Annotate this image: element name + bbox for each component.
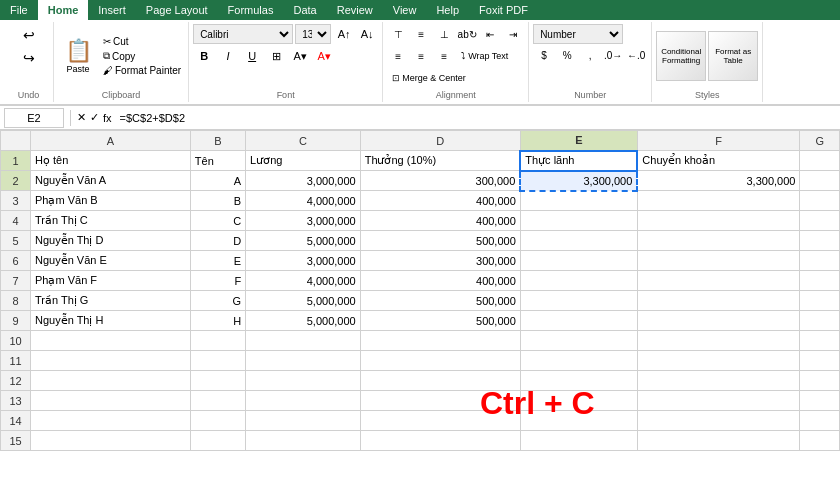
cell-d9[interactable]: 500,000	[360, 311, 520, 331]
paste-button[interactable]: 📋 Paste	[58, 31, 98, 81]
border-button[interactable]: ⊞	[265, 46, 287, 66]
align-top-button[interactable]: ⊤	[387, 24, 409, 44]
cell-g5[interactable]	[800, 231, 840, 251]
cell-e9[interactable]	[520, 311, 637, 331]
indent-decrease-button[interactable]: ⇤	[479, 24, 501, 44]
cell-g9[interactable]	[800, 311, 840, 331]
cell-e3[interactable]	[520, 191, 637, 211]
copy-button[interactable]: ⧉ Copy	[100, 49, 184, 63]
currency-button[interactable]: $	[533, 45, 555, 65]
cell-a4[interactable]: Trần Thị C	[31, 211, 191, 231]
font-size-select[interactable]: 13	[295, 24, 331, 44]
number-format-select[interactable]: Number	[533, 24, 623, 44]
cell-b7[interactable]: F	[190, 271, 245, 291]
cell-e5[interactable]	[520, 231, 637, 251]
cell-e8[interactable]	[520, 291, 637, 311]
cell-b6[interactable]: E	[190, 251, 245, 271]
cell-c6[interactable]: 3,000,000	[246, 251, 361, 271]
align-bottom-button[interactable]: ⊥	[433, 24, 455, 44]
cell-a2[interactable]: Nguyễn Văn A	[31, 171, 191, 191]
decrease-decimal-button[interactable]: ←.0	[625, 45, 647, 65]
col-header-f[interactable]: F	[637, 131, 800, 151]
cell-a3[interactable]: Phạm Văn B	[31, 191, 191, 211]
increase-font-button[interactable]: A↑	[333, 24, 355, 44]
tab-home[interactable]: Home	[38, 0, 89, 20]
cell-f3[interactable]	[637, 191, 800, 211]
col-header-d[interactable]: D	[360, 131, 520, 151]
tab-data[interactable]: Data	[283, 0, 326, 20]
decrease-font-button[interactable]: A↓	[356, 24, 378, 44]
cell-c4[interactable]: 3,000,000	[246, 211, 361, 231]
cell-f6[interactable]	[637, 251, 800, 271]
redo-button[interactable]: ↪	[15, 47, 43, 69]
cell-reference-input[interactable]: E2	[4, 108, 64, 128]
col-header-b[interactable]: B	[190, 131, 245, 151]
increase-decimal-button[interactable]: .0→	[602, 45, 624, 65]
tab-insert[interactable]: Insert	[88, 0, 136, 20]
cell-g2[interactable]	[800, 171, 840, 191]
format-painter-button[interactable]: 🖌 Format Painter	[100, 64, 184, 77]
cell-e7[interactable]	[520, 271, 637, 291]
cell-c3[interactable]: 4,000,000	[246, 191, 361, 211]
cell-b8[interactable]: G	[190, 291, 245, 311]
tab-formulas[interactable]: Formulas	[218, 0, 284, 20]
cell-a6[interactable]: Nguyễn Văn E	[31, 251, 191, 271]
header-col-e[interactable]: Thực lãnh	[520, 151, 637, 171]
font-color-button[interactable]: A▾	[313, 46, 335, 66]
header-col-c[interactable]: Lương	[246, 151, 361, 171]
cell-d6[interactable]: 300,000	[360, 251, 520, 271]
header-col-b[interactable]: Tên	[190, 151, 245, 171]
conditional-formatting-button[interactable]: Conditional Formatting	[656, 31, 706, 81]
cell-d5[interactable]: 500,000	[360, 231, 520, 251]
col-header-e[interactable]: E	[520, 131, 637, 151]
cell-e2[interactable]: 3,300,000	[520, 171, 637, 191]
header-col-d[interactable]: Thưởng (10%)	[360, 151, 520, 171]
header-col-f[interactable]: Chuyển khoản	[637, 151, 800, 171]
cell-f9[interactable]	[637, 311, 800, 331]
cell-g3[interactable]	[800, 191, 840, 211]
cell-f2[interactable]: 3,300,000	[637, 171, 800, 191]
cell-a7[interactable]: Phạm Văn F	[31, 271, 191, 291]
cell-g7[interactable]	[800, 271, 840, 291]
cell-f8[interactable]	[637, 291, 800, 311]
cell-d4[interactable]: 400,000	[360, 211, 520, 231]
undo-button[interactable]: ↩	[15, 24, 43, 46]
header-col-g[interactable]	[800, 151, 840, 171]
insert-function-button[interactable]: fx	[103, 112, 112, 124]
fill-color-button[interactable]: A▾	[289, 46, 311, 66]
col-header-g[interactable]: G	[800, 131, 840, 151]
cell-d8[interactable]: 500,000	[360, 291, 520, 311]
align-right-button[interactable]: ≡	[433, 46, 455, 66]
font-name-select[interactable]: Calibri	[193, 24, 293, 44]
align-middle-button[interactable]: ≡	[410, 24, 432, 44]
cell-a9[interactable]: Nguyễn Thị H	[31, 311, 191, 331]
cell-a5[interactable]: Nguyễn Thị D	[31, 231, 191, 251]
formula-input[interactable]: =$C$2+$D$2	[116, 108, 836, 128]
cell-c9[interactable]: 5,000,000	[246, 311, 361, 331]
tab-view[interactable]: View	[383, 0, 427, 20]
cell-f5[interactable]	[637, 231, 800, 251]
wrap-text-button[interactable]: ⤵ Wrap Text	[456, 46, 513, 66]
header-col-a[interactable]: Họ tên	[31, 151, 191, 171]
cell-b5[interactable]: D	[190, 231, 245, 251]
underline-button[interactable]: U	[241, 46, 263, 66]
cell-a8[interactable]: Trần Thị G	[31, 291, 191, 311]
format-as-table-button[interactable]: Format as Table	[708, 31, 758, 81]
cell-b2[interactable]: A	[190, 171, 245, 191]
tab-file[interactable]: File	[0, 0, 38, 20]
tab-foxit[interactable]: Foxit PDF	[469, 0, 538, 20]
cell-f4[interactable]	[637, 211, 800, 231]
cancel-formula-button[interactable]: ✕	[77, 111, 86, 124]
text-orient-button[interactable]: ab↻	[456, 24, 478, 44]
align-left-button[interactable]: ≡	[387, 46, 409, 66]
col-header-c[interactable]: C	[246, 131, 361, 151]
cell-d3[interactable]: 400,000	[360, 191, 520, 211]
cell-d7[interactable]: 400,000	[360, 271, 520, 291]
cell-e6[interactable]	[520, 251, 637, 271]
cell-g6[interactable]	[800, 251, 840, 271]
cell-e4[interactable]	[520, 211, 637, 231]
percent-button[interactable]: %	[556, 45, 578, 65]
cell-c8[interactable]: 5,000,000	[246, 291, 361, 311]
cell-c7[interactable]: 4,000,000	[246, 271, 361, 291]
tab-help[interactable]: Help	[426, 0, 469, 20]
